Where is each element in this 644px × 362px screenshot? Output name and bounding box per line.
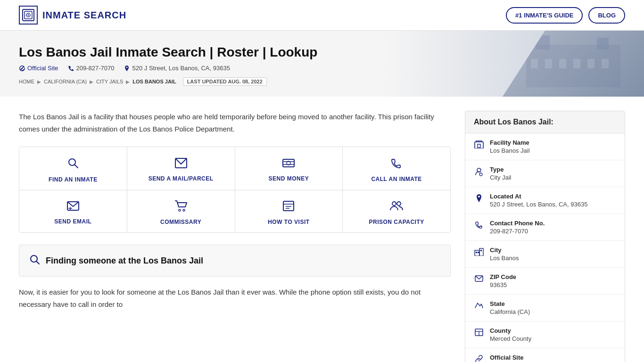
email-icon	[66, 200, 80, 214]
find-inmate-label: FIND AN INMATE	[49, 176, 98, 183]
hero-overlay	[503, 31, 644, 97]
sidebar-row-zip: ZIP Code 93635	[465, 268, 625, 295]
last-updated: LAST UPDATED AUG. 08, 2022	[183, 77, 267, 86]
sidebar-header: About Los Banos Jail:	[465, 111, 625, 133]
commissary-label: COMMISSARY	[160, 219, 201, 225]
svg-line-32	[37, 262, 40, 264]
action-call-inmate[interactable]: CALL AN INMATE	[343, 147, 450, 190]
action-send-email[interactable]: SEND EMAIL	[19, 190, 127, 232]
finding-search-icon	[29, 254, 40, 268]
logo-icon	[19, 6, 38, 25]
svg-rect-40	[478, 252, 479, 253]
city-content: City Los Banos	[490, 247, 519, 262]
logo-link[interactable]: INMATE SEARCH	[19, 6, 126, 25]
visit-icon	[282, 200, 295, 215]
action-how-to-visit[interactable]: HOW TO VISIT	[235, 190, 343, 232]
sidebar-row-phone: Contact Phone No. 209-827-7070	[465, 214, 625, 241]
capacity-icon	[389, 200, 404, 215]
svg-point-29	[392, 202, 396, 206]
header: INMATE SEARCH #1 INMATE'S GUIDE BLOG	[0, 0, 644, 31]
finding-box: Finding someone at the Los Banos Jail	[19, 245, 451, 277]
sidebar-row-type: Type City Jail	[465, 160, 625, 187]
official-site-link[interactable]: Official Site	[19, 65, 58, 72]
how-to-visit-label: HOW TO VISIT	[268, 219, 309, 225]
search-icon	[66, 156, 80, 173]
svg-rect-41	[480, 250, 482, 251]
call-inmate-label: CALL AN INMATE	[371, 176, 421, 182]
send-money-label: SEND MONEY	[269, 175, 309, 182]
hero-section: Los Banos Jail Inmate Search | Roster | …	[0, 31, 644, 97]
action-commissary[interactable]: COMMISSARY	[127, 190, 235, 232]
svg-point-36	[479, 173, 482, 176]
svg-rect-38	[479, 248, 483, 256]
city-icon	[474, 247, 484, 258]
svg-point-23	[179, 209, 181, 211]
action-grid: FIND AN INMATE SEND A MAIL/PARCEL SEND M…	[19, 147, 451, 233]
mail-icon	[174, 157, 188, 172]
sidebar-row-official-site: Official Site http://www.losbanos.org/in…	[465, 348, 625, 362]
body-text: Now, it is easier for you to look for so…	[19, 286, 451, 310]
facility-icon	[474, 140, 484, 151]
svg-rect-34	[478, 144, 480, 148]
sidebar-row-facility: Facility Name Los Banos Jail	[465, 133, 625, 160]
svg-point-30	[397, 202, 401, 206]
svg-point-24	[183, 209, 185, 211]
logo-text: INMATE SEARCH	[42, 10, 126, 21]
svg-line-14	[74, 165, 78, 168]
breadcrumb: HOME ▶ CALIFORNIA (CA) ▶ CITY JAILS ▶ LO…	[19, 77, 625, 86]
cart-icon	[174, 200, 188, 215]
svg-rect-16	[283, 159, 294, 167]
sidebar: About Los Banos Jail: Facility Name Los …	[465, 111, 625, 362]
phone-content: Contact Phone No. 209-827-7070	[490, 220, 545, 235]
location-icon	[474, 194, 484, 206]
type-content: Type City Jail	[490, 166, 512, 181]
blog-button[interactable]: BLOG	[588, 7, 625, 24]
action-row-1: FIND AN INMATE SEND A MAIL/PARCEL SEND M…	[19, 147, 450, 190]
money-icon	[282, 157, 295, 172]
state-icon	[474, 301, 484, 312]
guide-button[interactable]: #1 INMATE'S GUIDE	[506, 7, 583, 24]
official-site-content: Official Site http://www.losbanos.org/in…	[490, 354, 579, 362]
prison-capacity-label: PRISON CAPACITY	[369, 219, 424, 225]
sidebar-row-county: County Merced County	[465, 321, 625, 348]
type-icon	[474, 167, 484, 179]
main-layout: The Los Banos Jail is a facility that ho…	[0, 97, 644, 362]
location-content: Located At 520 J Street, Los Banos, CA, …	[490, 193, 587, 208]
zip-content: ZIP Code 93635	[490, 273, 516, 288]
svg-rect-39	[476, 252, 477, 253]
action-find-inmate[interactable]: FIND AN INMATE	[19, 147, 127, 190]
send-mail-label: SEND A MAIL/PARCEL	[149, 175, 214, 182]
finding-heading: Finding someone at the Los Banos Jail	[46, 256, 203, 266]
svg-rect-25	[283, 201, 294, 211]
facility-content: Facility Name Los Banos Jail	[490, 139, 530, 154]
phone-meta: 209-827-7070	[68, 65, 115, 72]
action-prison-capacity[interactable]: PRISON CAPACITY	[343, 190, 450, 232]
breadcrumb-city-jails[interactable]: CITY JAILS	[96, 79, 123, 84]
link-icon	[474, 355, 484, 362]
sidebar-row-state: State California (CA)	[465, 295, 625, 321]
sidebar-card: About Los Banos Jail: Facility Name Los …	[465, 111, 625, 362]
page-title: Los Banos Jail Inmate Search | Roster | …	[19, 45, 625, 60]
hero-meta: Official Site 209-827-7070 520 J Street,…	[19, 65, 625, 72]
description-text: The Los Banos Jail is a facility that ho…	[19, 111, 451, 135]
county-content: County Merced County	[490, 327, 531, 342]
breadcrumb-home[interactable]: HOME	[19, 79, 34, 84]
zip-icon	[474, 274, 484, 284]
official-site-label[interactable]: Official Site	[27, 65, 58, 72]
svg-point-3	[28, 15, 29, 16]
breadcrumb-current: LOS BANOS JAIL	[132, 79, 176, 84]
sidebar-row-location: Located At 520 J Street, Los Banos, CA, …	[465, 187, 625, 214]
phone-icon	[390, 157, 403, 172]
action-send-money[interactable]: SEND MONEY	[235, 147, 343, 190]
main-content: The Los Banos Jail is a facility that ho…	[19, 111, 451, 362]
county-icon	[474, 328, 484, 339]
send-email-label: SEND EMAIL	[54, 218, 91, 225]
action-row-2: SEND EMAIL COMMISSARY HOW TO VISIT	[19, 190, 450, 232]
action-send-mail[interactable]: SEND A MAIL/PARCEL	[127, 147, 235, 190]
breadcrumb-california[interactable]: CALIFORNIA (CA)	[44, 79, 87, 84]
header-nav: #1 INMATE'S GUIDE BLOG	[506, 7, 625, 24]
state-content: State California (CA)	[490, 300, 530, 315]
phone-sidebar-icon	[474, 221, 484, 231]
address-meta: 520 J Street, Los Banos, CA, 93635	[124, 65, 230, 72]
sidebar-row-city: City Los Banos	[465, 241, 625, 268]
